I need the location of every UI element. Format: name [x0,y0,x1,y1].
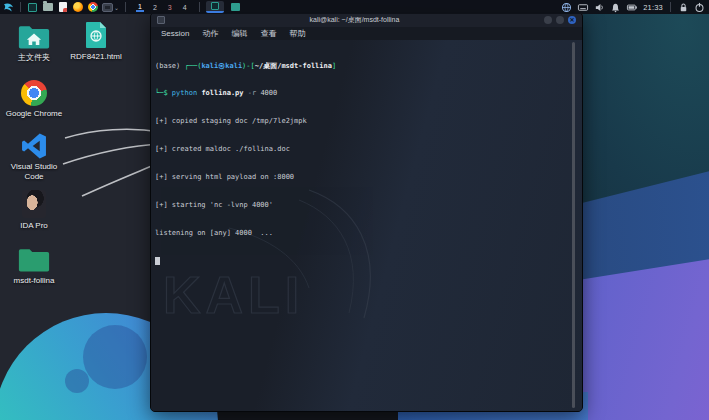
desktop-icon-ida-pro[interactable]: IDA Pro [0,190,68,231]
screenshot-tool-icon[interactable]: ⌄ [102,2,119,13]
cursor-line [155,257,336,267]
panel-separator [199,2,200,12]
workspace-2[interactable]: 2 [151,3,159,11]
menu-help[interactable]: 帮助 [289,28,305,39]
system-tray: 21:33 [561,2,709,13]
panel-separator [20,2,21,12]
menu-edit[interactable]: 编辑 [231,28,247,39]
desktop-icon-home-folder[interactable]: 主文件夹 [0,24,68,63]
output-line: [+] created maldoc ./follina.doc [155,145,336,154]
network-icon[interactable] [561,2,572,13]
home-folder-icon [18,24,50,50]
volume-icon[interactable] [594,2,605,13]
planet-crater-large [83,325,147,389]
terminal-titlebar[interactable]: kali@kali: ~/桌面/msdt-follina ✕ [151,13,582,27]
desktop-icon-html-file[interactable]: RDF8421.html [62,21,130,62]
workspace-1[interactable]: 1 [136,2,144,12]
desktop-icon-vscode[interactable]: Visual Studio Code [0,133,68,182]
wallpaper-purple-shape [583,251,709,420]
output-line: [+] copied staging doc /tmp/7le2jmpk [155,117,336,126]
wallpaper-swoosh-lines [55,115,165,205]
text-editor-icon[interactable] [57,2,68,13]
terminal-cursor [155,257,160,265]
taskbar-terminal-window-button[interactable] [206,1,224,13]
ida-pro-portrait-icon [22,190,46,218]
output-line: [+] starting 'nc -lvnp 4000' [155,201,336,210]
terminal-window: kali@kali: ~/桌面/msdt-follina ✕ Session 动… [150,12,583,412]
window-title: kali@kali: ~/桌面/msdt-follina [165,15,544,25]
menu-actions[interactable]: 动作 [202,28,218,39]
maximize-button[interactable] [556,16,564,24]
minimize-button[interactable] [544,16,552,24]
lock-icon[interactable] [678,2,689,13]
terminal-scrollbar[interactable] [572,42,575,408]
prompt-line-2: └─$ python follina.py -r 4000 [155,89,336,98]
terminal-icon [157,16,165,24]
workspace-3[interactable]: 3 [166,3,174,11]
terminal-window-icon [211,2,219,10]
prompt-line-1: (base) ┌──(kali㉿kali)-[~/桌面/msdt-follina… [155,62,336,71]
panel-separator [125,2,126,12]
workspace-4[interactable]: 4 [181,3,189,11]
workspace-switcher: 1 2 3 4 [136,2,189,12]
desktop-icon-label: IDA Pro [20,221,48,231]
planet-crater-small [65,369,89,393]
battery-icon[interactable] [626,2,638,13]
output-line: [+] serving html payload on :8000 [155,173,336,182]
top-panel: ⌄ 1 2 3 4 [0,0,709,14]
chrome-icon[interactable] [87,2,98,13]
file-manager-icon[interactable] [42,2,53,13]
desktop-icon-msdt-follina[interactable]: msdt-follina [0,247,68,286]
folder-icon [18,247,50,273]
desktop-icon-label: msdt-follina [14,276,55,286]
vscode-logo-icon [21,133,47,159]
taskbar-window-chip[interactable] [231,3,240,11]
panel-launchers: ⌄ 1 2 3 4 [0,1,240,13]
terminal-menubar: Session 动作 编辑 查看 帮助 [151,27,582,40]
close-button[interactable]: ✕ [568,16,576,24]
wallpaper-right-shapes [583,0,709,420]
notifications-bell-icon[interactable] [610,2,621,13]
desktop: ⌄ 1 2 3 4 [0,0,709,420]
firefox-icon[interactable] [72,2,83,13]
terminal-output: (base) ┌──(kali㉿kali)-[~/桌面/msdt-follina… [155,43,336,286]
kali-menu-icon[interactable] [3,2,14,13]
terminal-content[interactable]: KALI (base) ┌──(kali㉿kali)-[~/桌面/msdt-fo… [151,40,582,411]
output-line: listening on [any] 4000 ... [155,229,336,238]
desktop-icon-google-chrome[interactable]: Google Chrome [0,80,68,119]
desktop-icon-label: 主文件夹 [18,53,50,63]
clock[interactable]: 21:33 [643,3,663,12]
keyboard-icon[interactable] [577,2,589,13]
desktop-icon-label: Visual Studio Code [1,162,67,182]
chrome-logo-icon [21,80,47,106]
window-controls: ✕ [544,16,576,24]
terminal-launcher-icon[interactable] [27,2,38,13]
html-file-icon [85,21,107,49]
power-icon[interactable] [694,2,705,13]
desktop-icon-label: RDF8421.html [70,52,122,62]
desktop-icon-label: Google Chrome [6,109,62,119]
chevron-down-icon: ⌄ [114,4,119,11]
tray-separator [670,2,671,12]
menu-view[interactable]: 查看 [260,28,276,39]
menu-session[interactable]: Session [161,29,189,38]
